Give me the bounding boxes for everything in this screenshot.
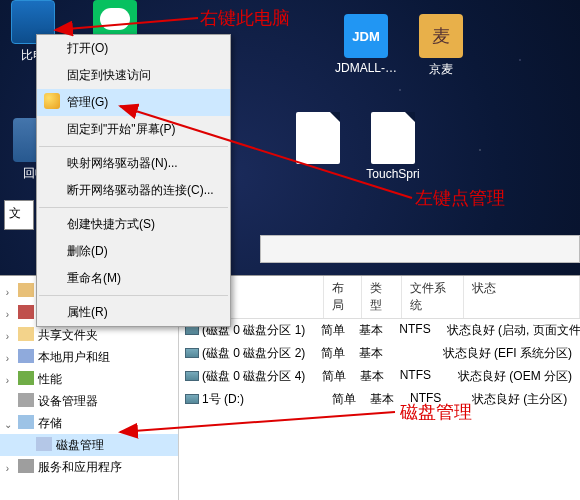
table-row[interactable]: (磁盘 0 磁盘分区 1)简单基本NTFS状态良好 (启动, 页面文件, 故 <box>179 319 580 342</box>
event-icon <box>18 305 34 319</box>
desktop-doc-touchspring[interactable]: TouchSpri <box>358 112 428 181</box>
annotation-right-click: 右键此电脑 <box>200 6 290 30</box>
icon-label: JDMALL-… <box>335 61 397 75</box>
disk-management-panel: 布局 类型 文件系统 状态 (磁盘 0 磁盘分区 1)简单基本NTFS状态良好 … <box>178 276 580 500</box>
tree-local-users[interactable]: ›本地用户和组 <box>0 346 178 368</box>
menu-separator <box>39 295 228 296</box>
table-row[interactable]: (磁盘 0 磁盘分区 2)简单基本状态良好 (EFI 系统分区) <box>179 342 580 365</box>
expand-icon[interactable]: › <box>2 284 13 302</box>
annotation-disk-management: 磁盘管理 <box>400 400 472 424</box>
disk-icon <box>36 437 52 451</box>
menu-delete[interactable]: 删除(D) <box>37 238 230 265</box>
tree-device-manager[interactable]: 设备管理器 <box>0 390 178 412</box>
services-icon <box>18 459 34 473</box>
menu-separator <box>39 207 228 208</box>
jdm-badge: JDM <box>344 14 388 58</box>
collapse-icon[interactable]: ⌄ <box>2 416 13 434</box>
menu-map-network-drive[interactable]: 映射网络驱动器(N)... <box>37 150 230 177</box>
tree-disk-management[interactable]: 磁盘管理 <box>0 434 178 456</box>
shield-icon <box>44 93 60 109</box>
expand-icon[interactable]: › <box>2 372 13 390</box>
menu-pin-quick-access[interactable]: 固定到快速访问 <box>37 62 230 89</box>
desktop-icon-jdmall[interactable]: JDMJDMALL-… <box>335 14 397 75</box>
menu-manage[interactable]: 管理(G) <box>37 89 230 116</box>
volume-icon <box>185 348 199 358</box>
expand-icon[interactable]: › <box>2 328 13 346</box>
volume-icon <box>185 371 199 381</box>
disk-rows: (磁盘 0 磁盘分区 1)简单基本NTFS状态良好 (启动, 页面文件, 故(磁… <box>179 319 580 411</box>
device-icon <box>18 393 34 407</box>
explorer-window-corner: 文 <box>4 200 34 230</box>
col-filesystem[interactable]: 文件系统 <box>402 276 464 318</box>
users-icon <box>18 349 34 363</box>
icon-label: 京麦 <box>429 62 453 76</box>
desktop-doc-1[interactable] <box>283 112 353 167</box>
desktop-icon-jingmai[interactable]: 麦京麦 <box>410 14 472 78</box>
menu-properties[interactable]: 属性(R) <box>37 299 230 326</box>
col-type[interactable]: 类型 <box>362 276 402 318</box>
expand-icon[interactable]: › <box>2 350 13 368</box>
expand-icon[interactable]: › <box>2 460 13 478</box>
icon-label: TouchSpri <box>366 167 419 181</box>
table-row[interactable]: (磁盘 0 磁盘分区 4)简单基本NTFS状态良好 (OEM 分区) <box>179 365 580 388</box>
menu-rename[interactable]: 重命名(M) <box>37 265 230 292</box>
annotation-left-click-manage: 左键点管理 <box>415 186 505 210</box>
volume-icon <box>185 394 199 404</box>
tree-performance[interactable]: ›性能 <box>0 368 178 390</box>
expand-icon[interactable]: › <box>2 306 13 324</box>
menu-create-shortcut[interactable]: 创建快捷方式(S) <box>37 211 230 238</box>
tree-shared-folders[interactable]: ›共享文件夹 <box>0 324 178 346</box>
storage-icon <box>18 415 34 429</box>
explorer-toolbar <box>260 235 580 263</box>
menu-open[interactable]: 打开(O) <box>37 35 230 62</box>
clock-icon <box>18 283 34 297</box>
performance-icon <box>18 371 34 385</box>
menu-disconnect-network-drive[interactable]: 断开网络驱动器的连接(C)... <box>37 177 230 204</box>
col-status[interactable]: 状态 <box>464 276 580 318</box>
table-row[interactable]: 1号 (D:)简单基本NTFS状态良好 (主分区) <box>179 388 580 411</box>
folder-icon <box>18 327 34 341</box>
col-layout[interactable]: 布局 <box>324 276 362 318</box>
context-menu: 打开(O) 固定到快速访问 管理(G) 固定到"开始"屏幕(P) 映射网络驱动器… <box>36 34 231 327</box>
menu-separator <box>39 146 228 147</box>
disk-table-header: 布局 类型 文件系统 状态 <box>179 276 580 319</box>
tree-storage[interactable]: ⌄存储 <box>0 412 178 434</box>
menu-pin-start[interactable]: 固定到"开始"屏幕(P) <box>37 116 230 143</box>
tree-services-apps[interactable]: ›服务和应用程序 <box>0 456 178 478</box>
